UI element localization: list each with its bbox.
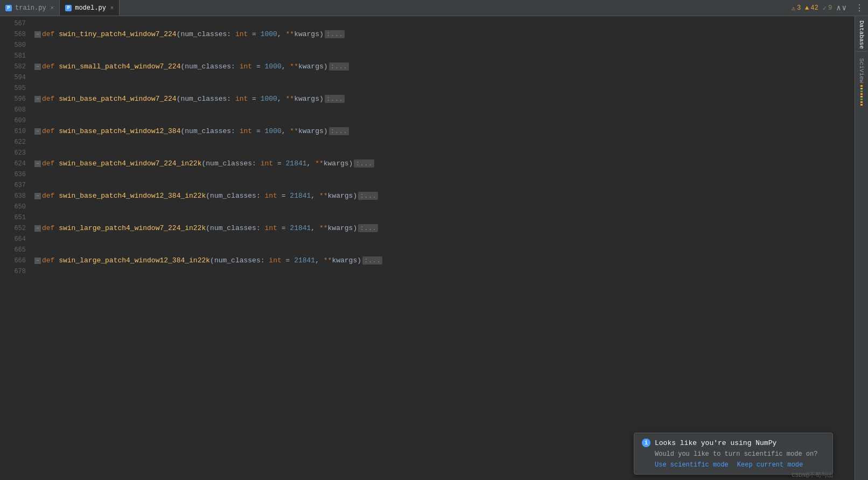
code-line: 610−def swin_base_patch4_window12_384(nu… <box>0 126 855 137</box>
close-paren: ) <box>353 224 357 232</box>
line-number: 624 <box>0 158 32 169</box>
scroll-mark-6 <box>860 104 863 106</box>
default-value: 1000 <box>261 95 277 103</box>
tab-model-close[interactable]: × <box>110 5 114 11</box>
fold-icon[interactable]: − <box>34 225 41 232</box>
equals: = <box>248 95 260 103</box>
line-content: −def swin_large_patch4_window7_224_in22k… <box>32 223 855 234</box>
equals: = <box>282 256 294 265</box>
tab-train-close[interactable]: × <box>51 5 54 11</box>
fold-icon[interactable]: − <box>34 161 41 167</box>
scroll-mark-2 <box>860 88 863 89</box>
close-paren: ) <box>319 95 324 103</box>
sidebar-database-label[interactable]: Database <box>858 20 865 49</box>
scroll-mark-5 <box>860 101 863 103</box>
param-name: num_classes <box>180 95 227 103</box>
code-lines: 567568−def swin_tiny_patch4_window7_224(… <box>0 16 855 277</box>
fold-icon[interactable]: − <box>34 64 41 70</box>
line-content: −def swin_tiny_patch4_window7_224(num_cl… <box>32 29 855 40</box>
line-number: 580 <box>0 40 32 51</box>
type-keyword: int <box>261 159 273 168</box>
ellipsis: :... <box>354 159 374 168</box>
kwargs: kwargs <box>294 30 319 38</box>
close-paren: ) <box>319 30 324 38</box>
tab-train-label: train.py <box>15 4 46 12</box>
default-value: 21841 <box>294 256 315 265</box>
function-name: swin_base_patch4_window12_384 <box>59 127 180 135</box>
param-name: num_classes <box>185 62 231 71</box>
code-line: 651 <box>0 212 855 223</box>
def-keyword: def <box>42 127 59 135</box>
colon: : <box>231 127 240 135</box>
code-line: 582−def swin_small_patch4_window7_224(nu… <box>0 61 855 72</box>
kwargs: kwargs <box>294 95 319 103</box>
function-name: swin_large_patch4_window7_224_in22k <box>59 224 206 232</box>
param-name: num_classes <box>210 224 256 232</box>
equals: = <box>248 30 260 38</box>
line-content: −def swin_base_patch4_window7_224(num_cl… <box>32 94 855 105</box>
close-paren: ) <box>324 62 328 71</box>
function-name: swin_base_patch4_window7_224 <box>59 95 176 103</box>
warning-icon: ⚠ <box>792 4 795 12</box>
line-content: −def swin_large_patch4_window12_384_in22… <box>32 255 855 266</box>
tab-model-label: model.py <box>75 4 106 12</box>
code-line: 608 <box>0 105 855 115</box>
close-paren: ) <box>349 159 353 168</box>
line-number: 608 <box>0 105 32 115</box>
colon: : <box>256 224 265 232</box>
sidebar-sciview-label[interactable]: SciView <box>858 58 865 83</box>
chevron-down-button[interactable]: ∨ <box>842 4 846 12</box>
code-line: 678 <box>0 266 855 277</box>
warning-count: 3 <box>797 4 801 12</box>
fold-icon[interactable]: − <box>34 258 41 264</box>
double-star: ** <box>324 256 332 265</box>
line-number: 652 <box>0 223 32 234</box>
comma: , <box>307 159 316 168</box>
check-count: 9 <box>828 4 832 12</box>
check-badge[interactable]: ✓ 9 <box>823 4 832 12</box>
equals: = <box>252 62 264 71</box>
kwargs: kwargs <box>328 224 353 232</box>
use-scientific-mode-link[interactable]: Use scientific mode <box>655 461 729 469</box>
tab-model[interactable]: P model.py × <box>60 0 120 16</box>
warning-badge[interactable]: ⚠ 3 <box>792 4 801 12</box>
type-keyword: int <box>269 256 281 265</box>
fold-icon[interactable]: − <box>34 96 41 102</box>
tab-train[interactable]: P train.py × <box>0 0 60 16</box>
more-options-button[interactable]: ⋮ <box>855 0 864 16</box>
comma: , <box>282 127 290 135</box>
type-keyword: int <box>235 30 248 38</box>
def-keyword: def <box>42 224 59 232</box>
keep-current-mode-link[interactable]: Keep current mode <box>737 461 803 469</box>
def-keyword: def <box>42 159 59 168</box>
ellipsis: :... <box>329 62 349 71</box>
code-line: 596−def swin_base_patch4_window7_224(num… <box>0 94 855 105</box>
def-keyword: def <box>42 30 59 38</box>
watermark: CSDN@不苟与山 <box>792 471 833 479</box>
colon: : <box>227 95 235 103</box>
code-line: 664 <box>0 234 855 245</box>
code-line: 581 <box>0 51 855 61</box>
line-number: 567 <box>0 18 32 29</box>
close-paren: ) <box>357 256 361 265</box>
code-line: 637 <box>0 180 855 191</box>
double-star: ** <box>290 127 298 135</box>
code-area[interactable]: 567568−def swin_tiny_patch4_window7_224(… <box>0 16 855 480</box>
default-value: 21841 <box>290 224 311 232</box>
colon: : <box>261 256 269 265</box>
fold-icon[interactable]: − <box>34 193 41 199</box>
line-number: 636 <box>0 169 32 180</box>
error-badge[interactable]: ▲ 42 <box>805 4 818 12</box>
scroll-mark-green-2 <box>860 99 863 100</box>
line-number: 651 <box>0 212 32 223</box>
sidebar-divider <box>856 51 866 52</box>
double-star: ** <box>319 192 328 200</box>
fold-icon[interactable]: − <box>34 31 41 38</box>
equals: = <box>277 224 290 232</box>
equals: = <box>252 127 264 135</box>
colon: : <box>256 192 265 200</box>
chevron-up-button[interactable]: ∧ <box>836 4 841 12</box>
numpy-popup-title-text: Looks like you're using NumPy <box>655 439 776 447</box>
fold-icon[interactable]: − <box>34 128 41 135</box>
open-paren: ( <box>206 224 210 232</box>
